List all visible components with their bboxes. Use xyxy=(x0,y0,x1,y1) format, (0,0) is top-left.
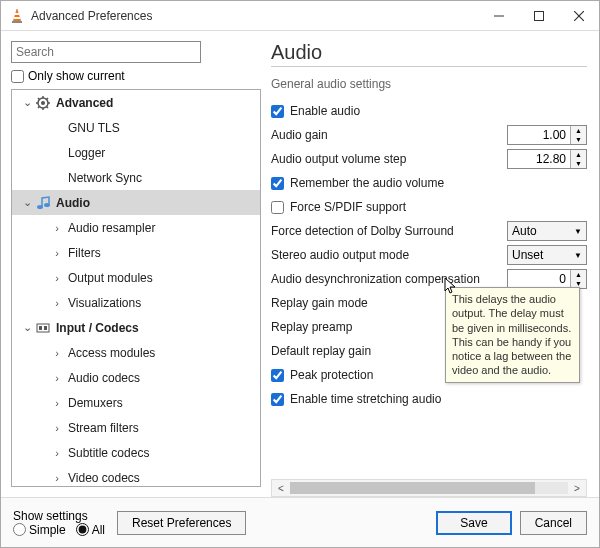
svg-rect-12 xyxy=(37,324,49,332)
svg-rect-3 xyxy=(12,21,22,23)
desync-label: Audio desynchronization compensation xyxy=(271,272,507,286)
tree-node-label: Access modules xyxy=(68,346,155,360)
tree-node-label: Audio codecs xyxy=(68,371,140,385)
spin-down-icon[interactable]: ▼ xyxy=(571,159,586,168)
dolby-select[interactable]: Auto▼ xyxy=(507,221,587,241)
chevron-right-icon[interactable]: › xyxy=(50,222,64,234)
page-title: Audio xyxy=(271,41,587,67)
svg-rect-1 xyxy=(15,13,19,15)
all-radio-label[interactable]: All xyxy=(76,523,105,537)
tree-node-input-codecs[interactable]: ⌄Input / Codecs xyxy=(12,315,260,340)
svg-rect-5 xyxy=(535,11,544,20)
search-input[interactable] xyxy=(11,41,201,63)
spin-up-icon[interactable]: ▲ xyxy=(571,150,586,159)
tree-node-audio-resampler[interactable]: ›Audio resampler xyxy=(12,215,260,240)
section-title: General audio settings xyxy=(271,77,587,91)
tree-node-network-sync[interactable]: Network Sync xyxy=(12,165,260,190)
only-show-current-checkbox[interactable] xyxy=(11,70,24,83)
show-settings-label: Show settings xyxy=(13,509,105,523)
tree-node-label: Audio xyxy=(56,196,90,210)
tree-node-label: GNU TLS xyxy=(68,121,120,135)
tree-node-filters[interactable]: ›Filters xyxy=(12,240,260,265)
chevron-right-icon[interactable]: › xyxy=(50,397,64,409)
chevron-right-icon[interactable]: › xyxy=(50,297,64,309)
tree-node-label: Network Sync xyxy=(68,171,142,185)
chevron-right-icon[interactable]: › xyxy=(50,372,64,384)
horizontal-scrollbar[interactable]: < > xyxy=(271,479,587,497)
chevron-down-icon[interactable]: ⌄ xyxy=(20,96,34,109)
tree-node-demuxers[interactable]: ›Demuxers xyxy=(12,390,260,415)
svg-marker-0 xyxy=(13,9,21,22)
tree-node-audio-codecs[interactable]: ›Audio codecs xyxy=(12,365,260,390)
tree-node-label: Video codecs xyxy=(68,471,140,485)
force-spdif-label: Force S/PDIF support xyxy=(290,200,587,214)
save-button[interactable]: Save xyxy=(436,511,511,535)
preferences-tree[interactable]: ⌄AdvancedGNU TLSLoggerNetwork Sync⌄Audio… xyxy=(11,89,261,487)
tree-node-stream-filters[interactable]: ›Stream filters xyxy=(12,415,260,440)
time-stretch-label: Enable time stretching audio xyxy=(290,392,587,406)
spin-up-icon[interactable]: ▲ xyxy=(571,270,586,279)
tree-node-label: Filters xyxy=(68,246,101,260)
chevron-down-icon: ▼ xyxy=(574,251,582,260)
scroll-thumb[interactable] xyxy=(290,482,535,494)
tree-node-advanced[interactable]: ⌄Advanced xyxy=(12,90,260,115)
tree-node-label: Visualizations xyxy=(68,296,141,310)
enable-audio-label: Enable audio xyxy=(290,104,587,118)
desync-input[interactable]: ▲▼ xyxy=(507,269,587,289)
audio-gain-input[interactable]: ▲▼ xyxy=(507,125,587,145)
stereo-label: Stereo audio output mode xyxy=(271,248,507,262)
force-spdif-checkbox[interactable] xyxy=(271,201,284,214)
scroll-right-icon[interactable]: > xyxy=(568,483,586,494)
scroll-left-icon[interactable]: < xyxy=(272,483,290,494)
chevron-right-icon[interactable]: › xyxy=(50,347,64,359)
tree-node-visualizations[interactable]: ›Visualizations xyxy=(12,290,260,315)
chevron-down-icon[interactable]: ⌄ xyxy=(20,196,34,209)
tree-node-logger[interactable]: Logger xyxy=(12,140,260,165)
tree-node-output-modules[interactable]: ›Output modules xyxy=(12,265,260,290)
maximize-button[interactable] xyxy=(519,1,559,31)
tree-node-access-modules[interactable]: ›Access modules xyxy=(12,340,260,365)
tree-node-video-codecs[interactable]: ›Video codecs xyxy=(12,465,260,487)
minimize-button[interactable] xyxy=(479,1,519,31)
chevron-down-icon: ▼ xyxy=(574,227,582,236)
chevron-down-icon[interactable]: ⌄ xyxy=(20,321,34,334)
codec-icon xyxy=(34,319,52,337)
tree-node-label: Output modules xyxy=(68,271,153,285)
chevron-right-icon[interactable]: › xyxy=(50,472,64,484)
svg-rect-2 xyxy=(14,17,20,19)
right-pane: Audio General audio settings Enable audi… xyxy=(261,31,599,497)
chevron-right-icon[interactable]: › xyxy=(50,422,64,434)
tree-node-subtitle-codecs[interactable]: ›Subtitle codecs xyxy=(12,440,260,465)
spin-down-icon[interactable]: ▼ xyxy=(571,135,586,144)
tree-node-label: Logger xyxy=(68,146,105,160)
chevron-right-icon[interactable]: › xyxy=(50,447,64,459)
time-stretch-checkbox[interactable] xyxy=(271,393,284,406)
volume-step-input[interactable]: ▲▼ xyxy=(507,149,587,169)
note-icon xyxy=(34,194,52,212)
dolby-label: Force detection of Dolby Surround xyxy=(271,224,507,238)
volume-step-label: Audio output volume step xyxy=(271,152,507,166)
simple-radio-label[interactable]: Simple xyxy=(13,523,66,537)
remember-volume-label: Remember the audio volume xyxy=(290,176,587,190)
tree-node-label: Subtitle codecs xyxy=(68,446,149,460)
stereo-select[interactable]: Unset▼ xyxy=(507,245,587,265)
chevron-right-icon[interactable]: › xyxy=(50,247,64,259)
tree-node-audio[interactable]: ⌄Audio xyxy=(12,190,260,215)
simple-radio[interactable] xyxy=(13,523,26,536)
tree-node-label: Input / Codecs xyxy=(56,321,139,335)
all-radio[interactable] xyxy=(76,523,89,536)
tree-node-label: Advanced xyxy=(56,96,113,110)
chevron-right-icon[interactable]: › xyxy=(50,272,64,284)
tree-node-label: Audio resampler xyxy=(68,221,155,235)
svg-rect-14 xyxy=(44,326,47,330)
audio-gain-label: Audio gain xyxy=(271,128,507,142)
reset-preferences-button[interactable]: Reset Preferences xyxy=(117,511,246,535)
remember-volume-checkbox[interactable] xyxy=(271,177,284,190)
tree-node-label: Demuxers xyxy=(68,396,123,410)
peak-protection-checkbox[interactable] xyxy=(271,369,284,382)
enable-audio-checkbox[interactable] xyxy=(271,105,284,118)
tree-node-gnu-tls[interactable]: GNU TLS xyxy=(12,115,260,140)
close-button[interactable] xyxy=(559,1,599,31)
spin-up-icon[interactable]: ▲ xyxy=(571,126,586,135)
cancel-button[interactable]: Cancel xyxy=(520,511,587,535)
